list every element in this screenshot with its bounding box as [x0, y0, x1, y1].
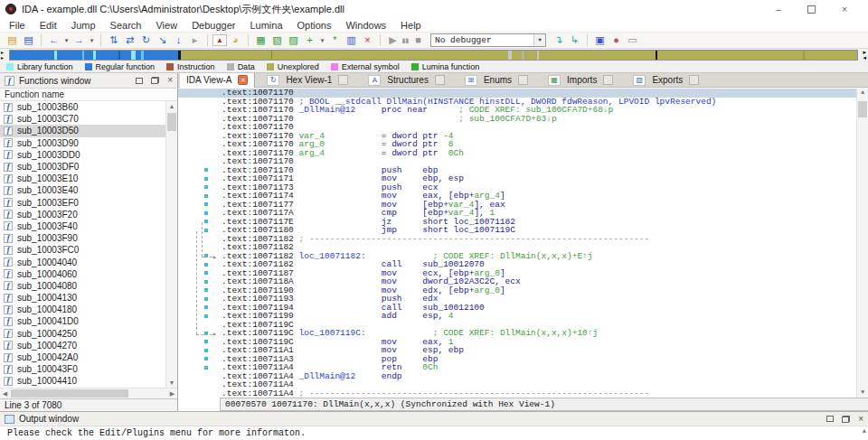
tab-close-icon[interactable] [603, 75, 613, 85]
scroll-right-icon[interactable]: ▶ [167, 389, 177, 398]
function-row[interactable]: fsub_10003F40 [0, 220, 165, 232]
function-row[interactable]: fsub_10003F90 [0, 232, 165, 244]
functions-close-icon[interactable]: × [167, 77, 173, 84]
select-cursor-icon[interactable]: ▸ [187, 33, 203, 48]
function-row[interactable]: fsub_10004270 [0, 340, 165, 351]
functions-title-bar[interactable]: f Functions window × [0, 73, 177, 89]
function-row[interactable]: fsub_100043F0 [0, 363, 165, 375]
jump-address-icon[interactable]: ⇅ [106, 33, 121, 48]
output-float-icon[interactable] [842, 416, 850, 423]
cancel-analysis-icon[interactable]: × [360, 33, 375, 48]
breakpoint-icon[interactable]: ● [609, 33, 624, 48]
scroll-up-icon[interactable]: ▲ [863, 427, 866, 435]
debugger-start-icon[interactable]: ▶ [385, 33, 401, 48]
function-row[interactable]: fsub_100041D0 [0, 315, 165, 327]
output-title-bar[interactable]: Output window × [0, 412, 868, 426]
tab-close-icon[interactable] [338, 75, 348, 85]
tab-imports[interactable]: ▦Imports [542, 73, 619, 88]
scroll-down-icon[interactable]: ▼ [857, 388, 868, 398]
tab-close-icon[interactable] [689, 75, 699, 85]
menu-lumina[interactable]: Lumina [242, 20, 289, 31]
disasm-line[interactable]: .text:100711A4 ; -----------------------… [178, 389, 856, 398]
function-row[interactable]: fsub_10003F20 [0, 209, 165, 220]
save-icon[interactable]: ▤ [21, 33, 36, 48]
function-row[interactable]: fsub_10004060 [0, 268, 165, 280]
function-row[interactable]: fsub_10004180 [0, 304, 165, 315]
menu-options[interactable]: Options [290, 20, 339, 31]
tab-close-icon[interactable] [435, 75, 445, 85]
edit-function-icon[interactable]: ▧ [269, 33, 285, 48]
output-close-icon[interactable]: × [858, 416, 863, 423]
function-row[interactable]: fsub_10004410 [0, 375, 165, 387]
menu-edit[interactable]: Edit [33, 20, 64, 31]
function-row[interactable]: fsub_10004040 [0, 256, 165, 267]
analysis-dropdown-icon[interactable]: ▾ [318, 33, 326, 48]
menu-view[interactable]: View [148, 20, 184, 31]
hscroll-thumb[interactable] [11, 389, 128, 398]
tab-structures[interactable]: AStructures [362, 73, 451, 88]
tab-enums[interactable]: ⊞Enums [458, 73, 534, 88]
open-file-icon[interactable]: ▤ [5, 33, 20, 48]
tab-close-icon[interactable] [518, 75, 528, 85]
forward-icon[interactable]: → [71, 33, 87, 48]
function-row[interactable]: fsub_10003C70 [0, 113, 165, 125]
debugger-windows-icon[interactable]: ▣ [592, 33, 608, 48]
forward-dropdown-icon[interactable]: ▾ [88, 33, 96, 48]
function-row[interactable]: fsub_10004080 [0, 280, 165, 292]
chevron-down-icon[interactable]: ▼ [533, 34, 545, 46]
menu-file[interactable]: File [2, 20, 33, 31]
close-button[interactable]: × [839, 4, 850, 14]
maximize-button[interactable] [807, 5, 816, 14]
step-into-icon[interactable]: ↴ [551, 33, 566, 48]
function-row[interactable]: fsub_10003FC0 [0, 244, 165, 256]
jump-name-icon[interactable]: ⇄ [122, 33, 137, 48]
menu-windows[interactable]: Windows [338, 20, 393, 31]
scroll-up-icon[interactable]: ▲ [857, 88, 868, 98]
function-row[interactable]: fsub_10003B60 [0, 101, 165, 113]
function-row[interactable]: fsub_100042A0 [0, 351, 165, 363]
function-row[interactable]: fsub_10003E40 [0, 184, 165, 196]
plus-icon[interactable]: + [302, 33, 317, 48]
add-function-icon[interactable]: ▨ [286, 33, 301, 48]
function-name-header[interactable]: Function name [0, 89, 177, 101]
functions-hscrollbar[interactable]: ◀ ▶ [0, 388, 177, 398]
create-function-icon[interactable]: ▦ [253, 33, 269, 48]
function-row[interactable]: fsub_10003D50 [0, 125, 165, 136]
menu-search[interactable]: Search [103, 20, 149, 31]
debugger-stop-icon[interactable]: ■ [410, 33, 426, 48]
functions-maximize-icon[interactable] [136, 78, 143, 84]
scroll-left-icon[interactable]: ◀ [0, 389, 10, 398]
lumina-icon[interactable]: ◕ [228, 33, 243, 48]
function-row[interactable]: fsub_10004250 [0, 328, 165, 340]
output-console[interactable]: Please check the Edit/Plugins menu for m… [0, 426, 868, 440]
ida-view-a[interactable]: .text:10071170.text:10071170 ; BOOL __st… [178, 88, 868, 398]
menu-jump[interactable]: Jump [64, 20, 103, 31]
menu-help[interactable]: Help [393, 20, 429, 31]
function-row[interactable]: fsub_10003DF0 [0, 161, 165, 173]
output-maximize-icon[interactable] [826, 416, 834, 422]
navband-handle-icon[interactable]: ▸▸ [1, 49, 8, 61]
vscroll-thumb[interactable] [167, 113, 176, 131]
debugger-pause-icon[interactable]: ▮▮ [401, 33, 410, 48]
disasm-vscrollbar[interactable]: ▲ ▼ [856, 88, 868, 398]
vscroll-thumb[interactable] [858, 101, 867, 117]
tab-hex-view-1[interactable]: ↻Hex View-1 [260, 73, 354, 88]
scroll-down-icon[interactable]: ▼ [166, 378, 177, 388]
detach-icon[interactable]: ▭ [625, 33, 640, 48]
function-row[interactable]: fsub_10003DD0 [0, 149, 165, 161]
step-over-icon[interactable]: ↳ [567, 33, 582, 48]
snapshot-icon[interactable]: ▥ [344, 33, 359, 48]
functions-float-icon[interactable] [151, 77, 159, 84]
back-icon[interactable]: ← [46, 33, 61, 48]
reanalyze-icon[interactable]: * [327, 33, 343, 48]
minimize-button[interactable]: – [773, 4, 784, 14]
function-row[interactable]: fsub_10003D90 [0, 137, 165, 149]
function-row[interactable]: fsub_10003EF0 [0, 197, 165, 209]
back-dropdown-icon[interactable]: ▾ [62, 33, 71, 48]
jump-xref-icon[interactable]: ↻ [138, 33, 154, 48]
functions-vscrollbar[interactable]: ▲ ▼ [165, 101, 177, 388]
tab-exports[interactable]: ▧Exports [627, 73, 705, 88]
function-row[interactable]: fsub_10004130 [0, 292, 165, 304]
jump-segment-icon[interactable]: ↘ [155, 33, 170, 48]
graph-view-icon[interactable]: ▲ [212, 34, 227, 46]
